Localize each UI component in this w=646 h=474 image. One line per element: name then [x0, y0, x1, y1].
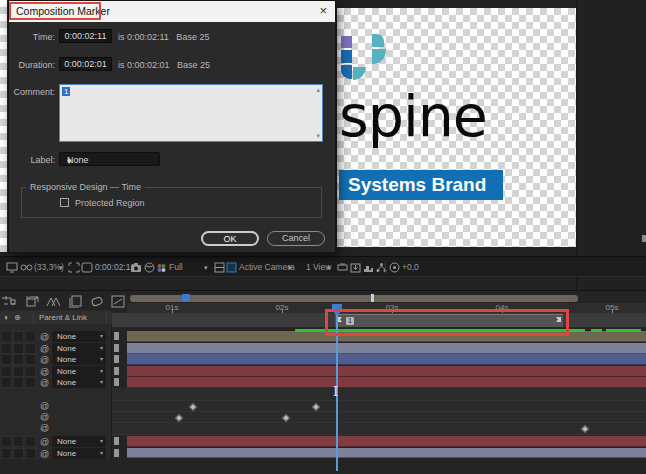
current-time-indicator-handle[interactable]	[332, 304, 342, 311]
layer-label-chip[interactable]	[114, 332, 119, 340]
chevron-down-icon[interactable]: ▾	[288, 257, 292, 278]
keyframe-diamond[interactable]	[282, 414, 290, 422]
layer-duration-bar[interactable]	[127, 331, 646, 342]
composition-marker-duration[interactable]: 1	[335, 314, 563, 327]
layer-switch-cell[interactable]	[13, 354, 24, 365]
comment-label: Comment:	[9, 87, 55, 97]
ok-button[interactable]: OK	[201, 231, 259, 246]
cancel-button[interactable]: Cancel	[267, 231, 325, 246]
chevron-down-icon: ▾	[100, 449, 103, 456]
layer-switch-cell[interactable]	[13, 343, 24, 354]
pickwhip-icon[interactable]: @	[40, 437, 49, 447]
pickwhip-icon[interactable]: @	[40, 423, 49, 433]
layer-label-chip[interactable]	[114, 344, 119, 352]
chevron-down-icon[interactable]: ▾	[327, 257, 331, 278]
layer-duration-bar[interactable]	[127, 366, 646, 377]
close-icon[interactable]: ×	[319, 3, 327, 18]
comment-selected-text: 1	[62, 87, 70, 96]
cache-indicator-segment	[295, 329, 585, 332]
pickwhip-icon[interactable]: @	[40, 367, 49, 377]
cache-indicator-segment	[591, 329, 602, 332]
layer-switch-cell[interactable]	[25, 343, 36, 354]
time-ruler[interactable]: 01s02s03s04s05s	[127, 303, 646, 313]
layer-switch-cell[interactable]	[1, 343, 12, 354]
keyframe-diamond[interactable]	[312, 403, 320, 411]
layer-label-chip[interactable]	[114, 367, 119, 375]
layer-duration-bar[interactable]	[127, 448, 646, 458]
pickwhip-icon[interactable]: @	[40, 355, 49, 365]
pickwhip-icon[interactable]: @	[40, 449, 49, 459]
chevron-down-icon: ▾	[67, 156, 154, 166]
layer-switch-cell[interactable]	[25, 354, 36, 365]
layer-switch-cell[interactable]	[13, 331, 24, 342]
resolution-dropdown[interactable]: Full	[169, 257, 183, 278]
layer-duration-bar[interactable]	[127, 377, 646, 388]
layer-switch-cell[interactable]	[1, 377, 12, 388]
keyframe-diamond[interactable]	[581, 425, 589, 433]
pickwhip-icon[interactable]: @	[40, 344, 49, 354]
pickwhip-icon[interactable]: @	[40, 412, 49, 422]
layer-label-chip[interactable]	[114, 449, 119, 457]
parent-link-dropdown[interactable]: None▾	[52, 377, 106, 388]
parent-link-dropdown[interactable]: None▾	[52, 354, 106, 365]
chevron-down-icon: ▾	[100, 437, 103, 444]
chevron-down-icon: ▾	[100, 332, 103, 339]
parent-link-value: None	[57, 355, 76, 364]
layer-duration-bar[interactable]	[127, 354, 646, 365]
marker-end-flag-icon[interactable]	[553, 316, 562, 327]
keyframe-diamond[interactable]	[189, 403, 197, 411]
protected-region-checkbox[interactable]	[60, 198, 69, 207]
layer-label-chip[interactable]	[114, 378, 119, 386]
layer-switch-cell[interactable]	[1, 354, 12, 365]
panel-grip-icon[interactable]	[642, 235, 646, 242]
duration-input[interactable]: 0:00:02:01	[59, 57, 112, 71]
time-input[interactable]: 0:00:02:11	[59, 29, 112, 43]
pickwhip-icon[interactable]: @	[40, 378, 49, 388]
after-effects-window: spine Systems Brand Composition Marker ×…	[0, 0, 646, 474]
column-divider	[106, 312, 107, 323]
logo-mark-teal-square	[372, 34, 384, 47]
layer-label-chip[interactable]	[114, 437, 119, 445]
parent-link-dropdown[interactable]: None▾	[52, 343, 106, 354]
banner-text: Systems Brand	[339, 170, 503, 200]
ruler-tick	[612, 310, 613, 313]
pickwhip-icon[interactable]: @	[40, 332, 49, 342]
comment-textarea[interactable]: 1 ▴ ▾	[59, 84, 323, 142]
chevron-down-icon[interactable]: ▾	[204, 257, 208, 278]
layer-switch-cell[interactable]	[13, 436, 24, 447]
layer-duration-bar[interactable]	[127, 343, 646, 354]
video-column-icon: ◑	[3, 313, 8, 322]
layer-switch-cell[interactable]	[25, 366, 36, 377]
viewport-left-edge	[0, 0, 7, 252]
layer-label-chip[interactable]	[114, 355, 119, 363]
chevron-down-icon[interactable]: ▾	[59, 257, 63, 278]
exposure-offset[interactable]: +0,0	[402, 257, 419, 278]
layer-switch-cell[interactable]	[25, 436, 36, 447]
logo-word: spine	[339, 88, 487, 145]
parent-link-dropdown[interactable]: None▾	[52, 448, 106, 459]
layer-switch-cell[interactable]	[13, 377, 24, 388]
layer-duration-bar[interactable]	[127, 436, 646, 447]
layer-switch-cell[interactable]	[25, 377, 36, 388]
duration-readout: is 0:00:02:01 Base 25	[118, 60, 210, 70]
layer-switch-cell[interactable]	[25, 448, 36, 459]
layer-switch-cell[interactable]	[1, 366, 12, 377]
parent-link-dropdown[interactable]: None▾	[52, 366, 106, 377]
marker-number: 1	[346, 317, 354, 325]
ruler-tick	[502, 310, 503, 313]
scroll-up-icon[interactable]: ▴	[316, 86, 320, 94]
scroll-down-icon[interactable]: ▾	[316, 132, 320, 140]
layer-switch-cell[interactable]	[1, 436, 12, 447]
label-dropdown[interactable]: None ▾	[59, 152, 160, 166]
pickwhip-icon[interactable]: @	[40, 401, 49, 411]
layer-switch-cell[interactable]	[13, 366, 24, 377]
parent-link-dropdown[interactable]: None▾	[52, 436, 106, 447]
layer-switch-cell[interactable]	[25, 331, 36, 342]
layer-switch-cell[interactable]	[1, 448, 12, 459]
keyframe-diamond[interactable]	[175, 414, 183, 422]
parent-link-dropdown[interactable]: None▾	[52, 331, 106, 342]
current-time-indicator-tip	[332, 311, 342, 315]
active-camera-dropdown[interactable]: Active Camera	[239, 257, 295, 278]
layer-switch-cell[interactable]	[13, 448, 24, 459]
layer-switch-cell[interactable]	[1, 331, 12, 342]
